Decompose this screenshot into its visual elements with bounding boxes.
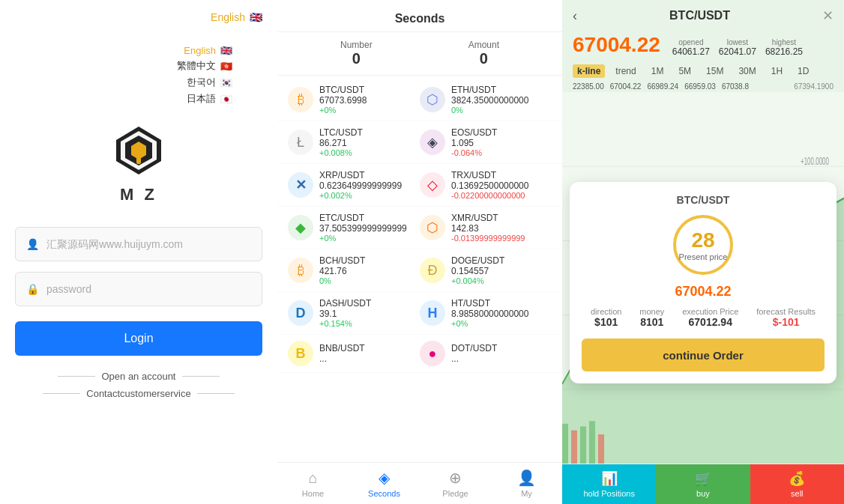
list-item[interactable]: D DASH/USDT 39.1 +0.154% H HT/USDT 8.985…	[277, 292, 562, 335]
tab-5m[interactable]: 5M	[674, 64, 696, 78]
chart-right-value: 67394.1900	[794, 82, 834, 91]
line-left2	[43, 393, 80, 394]
nav-home-label: Home	[302, 489, 324, 498]
lang-korean[interactable]: 한국어 🇰🇷	[187, 76, 232, 89]
list-item[interactable]: Ł LTC/USDT 86.271 +0.008% ◈ EOS/USDT 1.0…	[277, 121, 562, 164]
svg-rect-16	[580, 426, 586, 464]
mid-panel: Seconds Number 0 Amount 0 ₿ BTC/USDT 670…	[277, 0, 562, 504]
username-input[interactable]	[46, 238, 251, 250]
lowest-value: 62041.07	[719, 46, 756, 57]
execution-label: execution Price	[682, 307, 738, 316]
number-value: 0	[340, 50, 373, 67]
flag-top-icon: 🇬🇧	[250, 11, 262, 23]
kline-tabs: k-line trend 1M 5M 15M 30M 1H 1D	[562, 61, 844, 81]
left-panel: English 🇬🇧 English 🇬🇧 繁體中文 🇭🇰 한국어 🇰🇷 日本語…	[0, 0, 277, 504]
coin-info-dash: DASH/USDT 39.1 +0.154%	[319, 298, 420, 328]
tab-1d[interactable]: 1D	[793, 64, 813, 78]
tab-30m[interactable]: 30M	[734, 64, 760, 78]
order-details: direction $101 money 8101 execution Pric…	[582, 307, 825, 328]
nav-buy[interactable]: 🛒 buy	[656, 464, 750, 504]
dot-icon: ●	[420, 341, 445, 366]
direction-label: direction	[591, 307, 622, 316]
close-icon[interactable]: ✕	[822, 7, 834, 24]
mid-header: Seconds	[277, 0, 562, 32]
hold-positions-label: hold Positions	[583, 489, 635, 498]
continue-order-button[interactable]: continue Order	[582, 338, 825, 371]
countdown-number: 28	[691, 228, 714, 252]
sell-label: sell	[791, 489, 804, 498]
trx-icon: ◇	[420, 172, 445, 198]
forecast-label: forecast Results	[756, 307, 816, 316]
coin-info-ht: HT/USDT 8.98580000000000 +0%	[451, 298, 552, 328]
list-item[interactable]: ✕ XRP/USDT 0.623649999999999 +0.002% ◇ T…	[277, 164, 562, 207]
modal-title: BTC/USDT	[582, 194, 825, 206]
svg-text:+100.0000: +100.0000	[801, 156, 829, 167]
list-item[interactable]: B BNB/USDT ... ● DOT/USDT ...	[277, 335, 562, 373]
lowest-stat: lowest 62041.07	[719, 38, 756, 57]
price-section: 67004.22 opened 64061.27 lowest 62041.07…	[562, 28, 844, 61]
tab-1h[interactable]: 1H	[767, 64, 787, 78]
tab-kline[interactable]: k-line	[573, 64, 605, 78]
login-form: 👤 🔒 Login	[15, 227, 262, 356]
flag-kr-icon: 🇰🇷	[220, 77, 232, 88]
xmr-icon: ⬡	[420, 215, 445, 240]
seconds-icon: ◈	[379, 469, 390, 487]
nav-home[interactable]: ⌂ Home	[277, 463, 349, 504]
coin-info-bch: BCH/USDT 421.76 0%	[319, 255, 420, 285]
nav-pledge[interactable]: ⊕ Pledge	[420, 463, 491, 504]
nav-hold-positions[interactable]: 📊 hold Positions	[562, 464, 656, 504]
coin-info-ltc: LTC/USDT 86.271 +0.008%	[319, 127, 420, 157]
login-button[interactable]: Login	[15, 321, 262, 356]
nav-seconds[interactable]: ◈ Seconds	[349, 463, 420, 504]
highest-value: 68216.25	[765, 46, 803, 57]
forecast-value: $-101	[756, 316, 816, 328]
tab-1m[interactable]: 1M	[647, 64, 669, 78]
bottom-links: Open an account Contactcustomerservice	[43, 371, 234, 399]
coin-info-etc: ETC/USDT 37.505399999999999 +0%	[319, 213, 420, 243]
line-right	[182, 376, 220, 377]
right-panel: ‹ BTC/USDT ✕ 67004.22 opened 64061.27 lo…	[562, 0, 844, 504]
contact-link[interactable]: Contactcustomerservice	[43, 388, 234, 399]
open-account-link[interactable]: Open an account	[58, 371, 219, 382]
username-field[interactable]: 👤	[15, 227, 262, 261]
nav-pledge-label: Pledge	[442, 489, 468, 498]
lock-icon: 🔒	[26, 283, 39, 295]
lang-japanese[interactable]: 日本語 🇯🇵	[187, 92, 232, 106]
list-item[interactable]: ◆ ETC/USDT 37.505399999999999 +0% ⬡ XMR/…	[277, 207, 562, 249]
lang-traditional-chinese[interactable]: 繁體中文 🇭🇰	[177, 59, 232, 73]
sell-icon: 💰	[789, 470, 805, 487]
logo-text: M Z	[120, 185, 157, 204]
tab-15m[interactable]: 15M	[702, 64, 728, 78]
coin-info-bnb: BNB/USDT ...	[319, 343, 420, 364]
coin-info-doge: DOGE/USDT 0.154557 +0.004%	[451, 255, 552, 285]
password-field[interactable]: 🔒	[15, 272, 262, 306]
back-icon[interactable]: ‹	[573, 8, 577, 24]
list-item[interactable]: ₿ BTC/USDT 67073.6998 +0% ⬡ ETH/USDT 382…	[277, 79, 562, 121]
present-price: 67004.22	[582, 284, 825, 300]
coin-info-xmr: XMR/USDT 142.83 -0.01399999999999	[451, 213, 552, 243]
chart-area: +100.0000 -0.0000 -100.0000 汇聚源码网 www.hu…	[562, 92, 844, 464]
highest-stat: highest 68216.25	[765, 38, 803, 57]
money-detail: money 8101	[639, 307, 664, 328]
price-row: 22385.00 67004.22 66989.24 66959.03 6703…	[562, 81, 844, 92]
nav-sell[interactable]: 💰 sell	[750, 464, 844, 504]
nav-my[interactable]: 👤 My	[491, 463, 562, 504]
bottom-nav: ⌂ Home ◈ Seconds ⊕ Pledge 👤 My	[277, 462, 562, 504]
nav-my-label: My	[521, 489, 532, 498]
svg-rect-15	[571, 431, 577, 464]
big-price: 67004.22	[573, 33, 660, 57]
nav-seconds-label: Seconds	[368, 489, 400, 498]
xrp-icon: ✕	[288, 172, 313, 198]
password-input[interactable]	[46, 283, 251, 295]
lang-top[interactable]: English 🇬🇧	[211, 11, 262, 23]
dash-icon: D	[288, 300, 313, 326]
tab-trend[interactable]: trend	[611, 64, 640, 78]
lang-english[interactable]: English 🇬🇧	[184, 45, 232, 56]
ltc-icon: Ł	[288, 130, 313, 155]
lang-jp-label: 日本語	[187, 92, 216, 106]
coin-info-btc: BTC/USDT 67073.6998 +0%	[319, 85, 420, 115]
eos-icon: ◈	[420, 130, 445, 155]
list-item[interactable]: ₿ BCH/USDT 421.76 0% Ð DOGE/USDT 0.15455…	[277, 249, 562, 292]
chart-header: ‹ BTC/USDT ✕	[562, 0, 844, 28]
svg-rect-4	[136, 151, 141, 164]
